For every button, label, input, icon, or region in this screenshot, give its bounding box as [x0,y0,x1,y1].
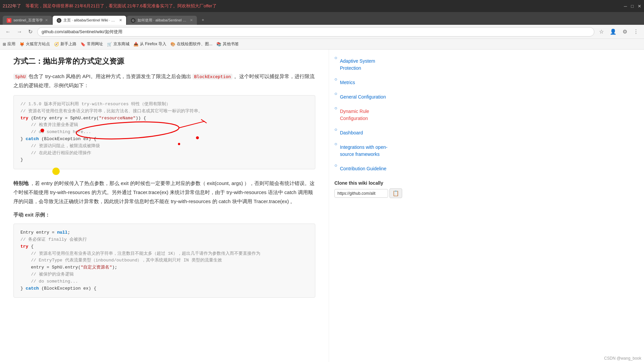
sidebar-link-contribution[interactable]: ○ Contribution Guideline [334,163,397,175]
extensions-icon[interactable]: ⚙ [621,27,629,36]
clone-box: Clone this wiki locally 📋 [334,180,397,198]
bookmark-newbie[interactable]: 🧭 新手上路 [54,41,76,47]
bookmark-firefox[interactable]: 🦊 火狐官方站点 [19,41,50,47]
tab-1[interactable]: S sentinel_百度等学 ✕ [3,16,52,25]
page-wrapper: 方式二：抛出异常的方式定义资源 SphU 包含了 try-catch 风格的 A… [0,50,644,362]
section-title-text: 方式二：抛出异常的方式定义资源 [13,57,124,65]
bookmark-jd-label: 京东商城 [113,41,129,47]
sidebar-link-adaptive-text[interactable]: Adaptive System Protection [340,58,397,72]
close-icon[interactable]: ✕ [638,4,641,9]
sidebar-link-general[interactable]: ○ General Configuration [334,91,397,103]
bookmark-jd[interactable]: 🛒 京东商城 [107,41,129,47]
sidebar-link-metrics-text[interactable]: Metrics [340,79,355,86]
cb2-line-3: try { [20,243,308,250]
cb2-line-5: // EntryType 代表流量类型（inbound/outbound），其中… [20,257,308,264]
code-line-6: } catch (BlockException ex) { [20,136,308,143]
code-line-2: // 资源名可使用任意有业务语义的字符串，比如方法名、接口名或其它可唯一标识的字… [20,108,308,115]
code-line-9: } [20,157,308,164]
new-tab-button[interactable]: ＋ [198,15,208,25]
sidebar-link-dynamic-text[interactable]: Dynamic Rule Configuration [340,108,397,122]
code-block-1: // 1.5.0 版本开始可以利用 try-with-resources 特性（… [13,95,315,169]
sidebar-link-metrics[interactable]: ○ Metrics [334,76,397,89]
sidebar: ○ Adaptive System Protection ○ Metrics ○… [329,50,402,362]
cb2-line-1: Entry entry = null; [20,229,308,236]
bookmark-firefox-import[interactable]: 📥 从 Firefox 导入 [133,41,166,47]
block-exception-code: BlockException [193,74,233,79]
sidebar-link-contribution-text[interactable]: Contribution Guideline [340,165,386,172]
cb2-line-7: // 被保护的业务逻辑 [20,271,308,278]
bullet-icon-general: ○ [334,91,337,96]
forward-button[interactable]: → [15,27,23,36]
clone-title: Clone this wiki locally [334,180,397,186]
bookmark-common[interactable]: 🔖 常用网址 [80,41,103,47]
sidebar-link-integrations-text[interactable]: Integrations with open-source frameworks [340,144,397,158]
bookmark-apps-label: 应用 [7,41,15,47]
bookmark-import-label: 从 Firefox 导入 [140,41,166,47]
minimize-icon[interactable]: ─ [624,4,627,9]
code-line-1: // 1.5.0 版本开始可以利用 try-with-resources 特性（… [20,101,308,108]
sidebar-link-dashboard[interactable]: ○ Dashboard [334,127,397,139]
bookmarks-bar: ⊞ 应用 🦊 火狐官方站点 🧭 新手上路 🔖 常用网址 🛒 京东商城 📥 从 F… [0,39,644,50]
cb2-line-6: entry = SphU.entry("自定义资源名"); [20,264,308,271]
cb2-line-8: // do something... [20,278,308,285]
bookmark-star-icon[interactable]: ☆ [598,27,605,36]
code-line-8: // 在此处进行相应的处理操作 [20,150,308,157]
tab-3-label: 如何使用 · alibaba/Sentinel Wi... [138,18,188,23]
bullet-icon-dynamic: ○ [334,105,337,111]
bookmark-apps[interactable]: ⊞ 应用 [3,41,15,47]
intro-text-1: 包含了 try-catch 风格的 API。用这种方式，当资源发生了限流之后会抛… [29,73,192,79]
sidebar-link-adaptive[interactable]: ○ Adaptive System Protection [334,55,397,74]
manual-exit-title: 手动 exit 示例： [13,212,315,218]
back-button[interactable]: ← [4,27,12,36]
user-icon[interactable]: 👤 [608,27,618,36]
address-bar: ← → ↻ github.com/alibaba/Sentinel/wiki/如… [0,25,644,39]
section-title: 方式二：抛出异常的方式定义资源 [13,56,315,66]
code-line-5: // do something here... [20,129,308,136]
clone-url-input[interactable] [334,189,388,198]
tab-3-close[interactable]: ✕ [190,18,193,22]
bookmark-drawing-label: 在线绘图软件、图... [177,41,212,47]
sidebar-link-integrations[interactable]: ○ Integrations with open-source framewor… [334,141,397,161]
browser-top-bar: 2122年了 等看完，国足夺得世界杯 21年6月21日了，看完面试 21年7.6… [0,0,644,12]
code-line-7: // 资源访问阻止，被限流或被降级 [20,143,308,150]
cb2-line-2: // 务必保证 finally 会被执行 [20,236,308,243]
code-line-3: try (Entry entry = SphU.entry("resourceN… [20,115,308,122]
url-input[interactable]: github.com/alibaba/Sentinel/wiki/如何使用 [37,27,594,37]
menu-icon[interactable]: ⋮ [632,27,640,36]
sidebar-link-dynamic[interactable]: ○ Dynamic Rule Configuration [334,105,397,125]
bookmark-common-label: 常用网址 [87,41,103,47]
tab-3[interactable]: G 如何使用 · alibaba/Sentinel Wi... ✕ [127,16,197,25]
drawing-icon: 🎨 [170,42,175,47]
bookmark-icon: 🔖 [80,42,86,47]
tab-1-label: sentinel_百度等学 [13,18,43,23]
bookmark-drawing[interactable]: 🎨 在线绘图软件、图... [170,41,212,47]
sphU-inline-code: SphU [13,74,27,79]
clone-copy-button[interactable]: 📋 [389,188,402,198]
jd-icon: 🛒 [107,42,112,47]
tab-3-favicon: G [131,18,136,23]
yellow-highlight-dot-1 [52,168,60,175]
tab-bar: S sentinel_百度等学 ✕ G 主页 · alibaba/Sentine… [0,12,644,25]
sidebar-link-dashboard-text[interactable]: Dashboard [340,129,363,136]
csdn-watermark: CSDN @wang_book [604,356,641,361]
tab-2[interactable]: G 主页 · alibaba/Sentinel Wiki · G... ✕ [53,16,126,25]
bookmark-other-label: 其他书签 [223,41,239,47]
marquee-text: 等看完，国足夺得世界杯 21年6月21日了，看完面试 21年7.6看完准备实习了… [25,3,621,9]
cb2-line-9: } catch (BlockException ex) { [20,285,308,292]
books-icon: 📚 [216,42,221,47]
middle-text: ，若 entry 的时候传入了热点参数，那么 exit 的时候也一定要带上对应的… [13,180,315,204]
tab-2-close[interactable]: ✕ [119,18,122,22]
bookmark-newbie-label: 新手上路 [60,41,76,47]
sidebar-link-general-text[interactable]: General Configuration [340,94,386,101]
tab-2-favicon: G [57,18,61,23]
bookmark-other[interactable]: 📚 其他书签 [216,41,239,47]
intro-paragraph: SphU 包含了 try-catch 风格的 API。用这种方式，当资源发生了限… [13,72,315,90]
maximize-icon[interactable]: □ [631,4,634,9]
top-bar-left-text: 2122年了 [3,3,23,9]
bullet-icon-integrations: ○ [334,141,337,146]
tab-2-label: 主页 · alibaba/Sentinel Wiki · G... [63,18,117,23]
bullet-icon-adaptive: ○ [334,55,337,60]
tab-1-close[interactable]: ✕ [45,18,48,22]
refresh-button[interactable]: ↻ [27,27,34,36]
tab-1-favicon: S [7,18,11,23]
